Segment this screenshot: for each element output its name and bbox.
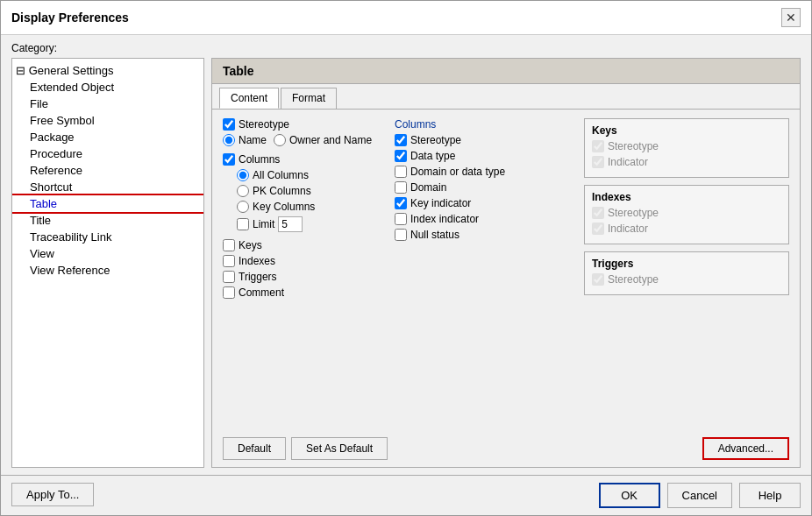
col2-null-status-checkbox[interactable] [395, 229, 407, 241]
keys-box: Keys Stereotype Indicator [584, 118, 789, 178]
set-as-default-button[interactable]: Set As Default [291, 437, 388, 460]
col2-null-status-label: Null status [410, 229, 459, 241]
indexes-indicator-row: Indicator [592, 223, 781, 235]
content-body: Stereotype Name Owner and Name [212, 110, 800, 430]
col2-datatype-row: Data type [395, 150, 570, 162]
name-radio-row: Name [223, 134, 267, 146]
sidebar-item-package[interactable]: Package [12, 129, 203, 145]
sidebar-item-reference[interactable]: Reference [12, 162, 203, 179]
sidebar-root[interactable]: ⊟ General Settings [12, 62, 203, 79]
col2-stereotype-row: Stereotype [395, 134, 570, 146]
limit-input[interactable]: 5 [278, 216, 303, 232]
help-button[interactable]: Help [739, 483, 801, 508]
comment-row: Comment [223, 286, 381, 299]
sidebar-item-traceability-link[interactable]: Traceability Link [12, 229, 203, 245]
pk-columns-row: PK Columns [223, 185, 381, 197]
stereotype-checkbox[interactable] [223, 118, 235, 131]
stereotype-row: Stereotype [223, 118, 381, 131]
col2-domain-or-datatype-label: Domain or data type [410, 166, 505, 178]
col2-domain-row: Domain [395, 181, 570, 194]
dialog-body: Category: ⊟ General Settings Extended Ob… [1, 35, 811, 475]
sidebar-item-shortcut[interactable]: Shortcut [12, 179, 203, 195]
advanced-button[interactable]: Advanced... [702, 437, 789, 460]
default-button[interactable]: Default [223, 437, 286, 460]
comment-checkbox[interactable] [223, 286, 235, 299]
name-label: Name [239, 134, 267, 146]
col2-domain-checkbox[interactable] [395, 181, 407, 194]
columns-row: Columns [223, 153, 381, 166]
tab-content[interactable]: Content [219, 88, 279, 109]
columns-checkbox[interactable] [223, 153, 235, 166]
triggers-stereotype-checkbox [592, 273, 604, 286]
key-columns-row: Key Columns [223, 201, 381, 213]
close-button[interactable]: ✕ [781, 8, 801, 27]
col2-index-indicator-row: Index indicator [395, 213, 570, 225]
col2: Columns Stereotype Data type Domain or d… [395, 118, 570, 421]
all-columns-radio[interactable] [237, 169, 249, 181]
col2-datatype-label: Data type [410, 150, 455, 162]
sidebar: ⊟ General Settings Extended Object File … [11, 58, 204, 468]
indexes-box: Indexes Stereotype Indicator [584, 185, 789, 244]
col3: Keys Stereotype Indicator [584, 118, 789, 421]
sidebar-item-free-symbol[interactable]: Free Symbol [12, 112, 203, 129]
sidebar-item-view-reference[interactable]: View Reference [12, 262, 203, 279]
sidebar-item-title[interactable]: Title [12, 212, 203, 229]
indexes-checkbox[interactable] [223, 255, 235, 267]
keys-indicator-row: Indicator [592, 156, 781, 168]
sidebar-item-view[interactable]: View [12, 245, 203, 262]
col2-domain-or-datatype-row: Domain or data type [395, 166, 570, 178]
col2-index-indicator-checkbox[interactable] [395, 213, 407, 225]
triggers-stereotype-label: Stereotype [608, 273, 659, 286]
tab-format[interactable]: Format [281, 88, 337, 109]
col2-key-indicator-row: Key indicator [395, 197, 570, 209]
pk-columns-radio[interactable] [237, 185, 249, 197]
keys-checkbox[interactable] [223, 239, 235, 251]
col2-domain-or-datatype-checkbox[interactable] [395, 166, 407, 178]
sidebar-item-extended-object[interactable]: Extended Object [12, 79, 203, 95]
sidebar-item-file[interactable]: File [12, 95, 203, 112]
indexes-indicator-label: Indicator [608, 223, 648, 235]
triggers-row: Triggers [223, 271, 381, 283]
ok-button[interactable]: OK [599, 483, 660, 508]
sidebar-item-label: View Reference [30, 264, 110, 277]
key-columns-radio[interactable] [237, 201, 249, 213]
triggers-checkbox[interactable] [223, 271, 235, 283]
name-radio[interactable] [223, 134, 235, 146]
footer-left: Apply To... [11, 483, 94, 508]
keys-indicator-checkbox [592, 156, 604, 168]
indexes-label: Indexes [239, 255, 275, 267]
triggers-label: Triggers [239, 271, 277, 283]
col2-key-indicator-label: Key indicator [410, 197, 471, 209]
keys-stereotype-checkbox [592, 140, 604, 152]
stereotype-label: Stereotype [239, 118, 289, 131]
owner-radio-row: Owner and Name [274, 134, 372, 146]
sidebar-item-label: Traceability Link [30, 230, 111, 244]
minus-icon: ⊟ [16, 64, 25, 77]
cancel-button[interactable]: Cancel [667, 483, 732, 508]
col2-key-indicator-checkbox[interactable] [395, 197, 407, 209]
sidebar-item-procedure[interactable]: Procedure [12, 145, 203, 162]
triggers-box: Triggers Stereotype [584, 251, 789, 295]
pk-columns-label: PK Columns [253, 185, 311, 197]
limit-checkbox[interactable] [237, 218, 249, 230]
keys-box-title: Keys [592, 124, 781, 137]
indexes-stereotype-row: Stereotype [592, 207, 781, 219]
keys-indicator-label: Indicator [608, 156, 648, 168]
sidebar-item-label: View [30, 247, 54, 260]
col2-stereotype-checkbox[interactable] [395, 134, 407, 146]
apply-to-button[interactable]: Apply To... [11, 483, 94, 506]
sidebar-item-table[interactable]: Table [12, 195, 203, 212]
owner-and-name-radio[interactable] [274, 134, 286, 146]
indexes-indicator-checkbox [592, 223, 604, 235]
columns-section-label: Columns [395, 118, 570, 131]
triggers-stereotype-row: Stereotype [592, 273, 781, 286]
owner-and-name-label: Owner and Name [289, 134, 372, 146]
keys-stereotype-label: Stereotype [608, 140, 659, 152]
keys-label: Keys [239, 239, 262, 251]
all-columns-row: All Columns [223, 169, 381, 181]
limit-label: Limit [253, 218, 274, 230]
col2-datatype-checkbox[interactable] [395, 150, 407, 162]
panel-buttons-row: Default Set As Default Advanced... [212, 430, 800, 467]
name-owner-row: Name Owner and Name [223, 134, 381, 150]
col2-index-indicator-label: Index indicator [410, 213, 479, 225]
